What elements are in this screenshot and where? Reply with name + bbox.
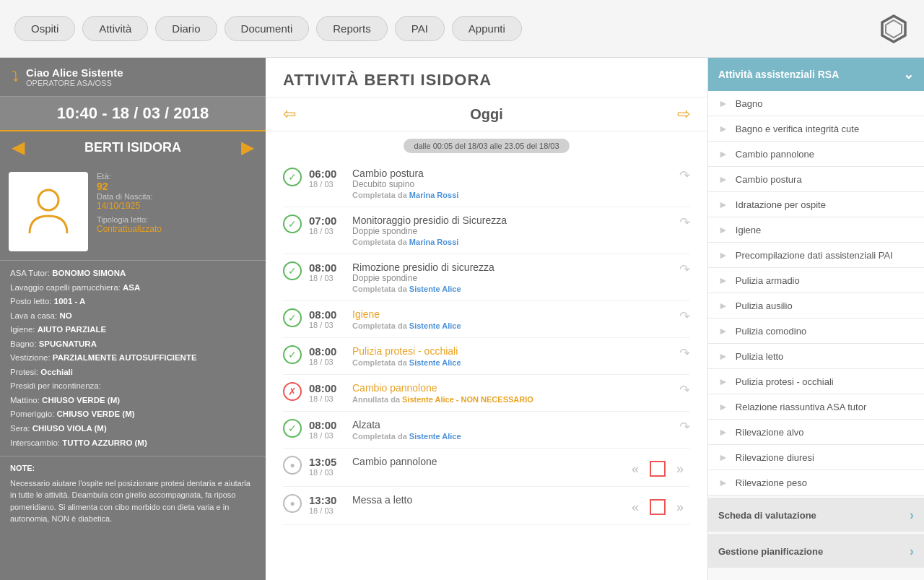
sidebar-time: 10:40 - 18 / 03 / 2018 [0,97,266,131]
activity-row: ✓ 06:00 18 / 03 Cambio postura Decubito … [283,160,690,207]
activity-list-item[interactable]: ► Pulizia protesi - occhiali [708,369,924,394]
completed-by: Completata da Marina Rossi [352,238,672,246]
patient-next-arrow[interactable]: ▶ [241,137,254,157]
activity-desc: Monitoraggio presidio di Sicurezza Doppi… [352,215,672,246]
play-icon: ► [718,98,728,109]
activity-list-item[interactable]: ► Relazione riassuntiva ASA tutor [708,394,924,420]
bed-type-value: Contrattualizzato [97,224,257,234]
activity-list-item[interactable]: ► Pulizia armadio [708,268,924,293]
tab-attivita[interactable]: Attività [82,16,148,41]
activity-row: ✓ 08:00 18 / 03 Pulizia protesi - occhia… [283,338,690,375]
activity-row: ✗ 08:00 18 / 03 Cambio pannolone Annulla… [283,375,690,412]
play-icon: ► [718,274,728,286]
tab-documenti[interactable]: Documenti [225,16,310,41]
activity-row: ✓ 08:00 18 / 03 Rimozione presidio di si… [283,254,690,301]
activity-list-item[interactable]: ► Cambio postura [708,167,924,192]
replay-icon[interactable]: ↷ [679,168,690,183]
activity-row: ● 13:05 18 / 03 Cambio pannolone « » [283,449,690,487]
patient-avatar [9,172,88,251]
activity-title: Cambio postura [352,168,672,179]
activity-row: ✓ 07:00 18 / 03 Monitoraggio presidio di… [283,207,690,254]
prev-action-btn[interactable]: « [625,459,645,479]
activity-list-item[interactable]: ► Bagno [708,91,924,116]
activity-list-item[interactable]: ► Rilevazione alvo [708,420,924,445]
next-action-btn[interactable]: » [670,497,690,517]
activity-title: Pulizia protesi - occhiali [352,345,672,357]
right-panel-header[interactable]: Attività assistenziali RSA ⌄ [708,58,924,91]
activity-list-item[interactable]: ► Pulizia comodino [708,319,924,344]
user-icon: ⤵ [12,69,19,85]
play-icon: ► [718,376,728,387]
play-icon: ► [718,148,728,160]
next-action-btn[interactable]: » [670,459,690,479]
panel-footer-btn-0[interactable]: Scheda di valutazione › [708,498,924,532]
activity-desc: Pulizia protesi - occhiali Completata da… [352,345,672,367]
activity-time: 08:00 18 / 03 [309,419,345,440]
right-panel-footer: Scheda di valutazione › Gestione pianifi… [708,498,924,568]
notes-text: Necessario aiutare l'ospite nel posizion… [10,477,256,525]
cancelled-by: Annullata da Sistente Alice - NON NECESS… [352,395,672,404]
svg-marker-1 [886,20,902,38]
prev-action-btn[interactable]: « [625,497,645,517]
activity-subtitle: Decubito supino [352,179,672,189]
replay-icon[interactable]: ↷ [679,261,690,277]
activity-list-item[interactable]: ► Rilevazione diuresi [708,445,924,470]
play-icon: ► [718,451,728,463]
activity-item-label: Precompilazione dati assistenziali PAI [736,250,893,261]
chevron-down-icon: ⌄ [903,66,914,82]
action-square-btn[interactable] [650,461,666,477]
tab-appunti[interactable]: Appunti [452,16,522,41]
tab-pai[interactable]: PAI [395,16,445,41]
activity-item-label: Relazione riassuntiva ASA tutor [736,402,866,412]
activity-action-area: ↷ [679,419,690,435]
replay-icon[interactable]: ↷ [679,382,690,398]
activity-list-item[interactable]: ► Igiene [708,217,924,243]
tab-diario[interactable]: Diario [155,16,217,41]
next-day-arrow[interactable]: ⇨ [677,105,690,124]
panel-footer-btn-1[interactable]: Gestione pianificazione › [708,534,924,568]
activity-list-item[interactable]: ► Rilevazione peso [708,470,924,495]
check-green-icon: ✓ [283,308,302,327]
play-icon: ► [718,426,728,438]
activity-list-item[interactable]: ► Cambio pannolone [708,142,924,167]
activity-desc: Rimozione presidio di sicurezza Doppie s… [352,261,672,293]
activity-list-item[interactable]: ► Bagno e verifica integrità cute [708,116,924,142]
activity-item-label: Bagno [736,98,763,109]
completed-by: Completata da Sistente Alice [352,358,672,367]
patient-prev-arrow[interactable]: ◀ [12,137,25,157]
age-label: Età: [97,172,257,181]
play-icon: ► [718,224,728,235]
replay-icon[interactable]: ↷ [679,308,690,324]
tab-ospiti[interactable]: Ospiti [14,16,75,41]
patient-info: Età: 92 Data di Nascita: 14/10/1925 Tipo… [0,163,266,260]
activity-desc: Alzata Completata da Sistente Alice [352,419,672,441]
tab-reports[interactable]: Reports [316,16,388,41]
action-square-btn[interactable] [650,499,666,515]
activity-item-label: Pulizia armadio [736,275,800,286]
activity-item-label: Igiene [736,225,761,235]
check-green-icon: ✓ [283,419,302,438]
activity-item-label: Pulizia comodino [736,326,806,337]
activity-item-label: Cambio pannolone [736,149,814,160]
play-icon: ► [718,350,728,362]
activity-time: 13:30 18 / 03 [309,494,345,515]
replay-icon[interactable]: ↷ [679,419,690,435]
activity-action-area: ↷ [679,168,690,183]
activity-list-item[interactable]: ► Precompilazione dati assistenziali PAI [708,243,924,268]
prev-day-arrow[interactable]: ⇦ [283,105,296,124]
replay-icon[interactable]: ↷ [679,345,690,361]
activity-item-label: Cambio postura [736,174,802,185]
play-icon: ► [718,249,728,261]
activity-list-item[interactable]: ► Pulizia ausilio [708,293,924,319]
today-label: Oggi [470,106,503,123]
activity-item-label: Rilevazione diuresi [736,452,814,463]
completed-by: Completata da Sistente Alice [352,432,672,441]
replay-icon[interactable]: ↷ [679,215,690,230]
activity-row: ✓ 08:00 18 / 03 Alzata Completata da Sis… [283,412,690,449]
clock-icon: ● [283,494,302,513]
activity-list-item[interactable]: ► Pulizia letto [708,344,924,369]
activity-item-label: Rilevazione peso [736,477,807,488]
activity-actions: « » [625,497,690,517]
activity-list-item[interactable]: ► Idratazione per ospite [708,192,924,217]
sidebar: ⤵ Ciao Alice Sistente OPERATORE ASA/OSS … [0,58,266,580]
